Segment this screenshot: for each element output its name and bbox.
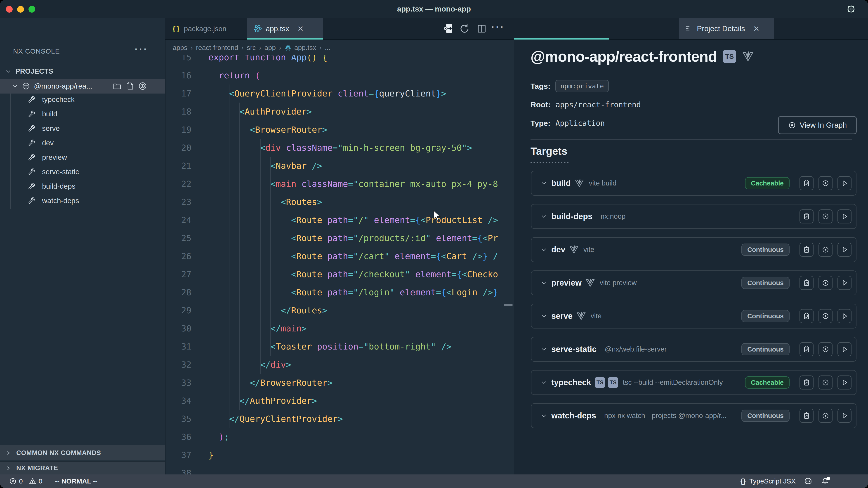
- code-line[interactable]: 27 <Route path="/checkout" element={<Che…: [165, 265, 514, 283]
- notifications-bell-icon[interactable]: [820, 477, 830, 486]
- tree-item-build[interactable]: build: [0, 107, 165, 121]
- editor-more-actions-icon[interactable]: ···: [491, 22, 505, 33]
- errors-indicator[interactable]: 0: [9, 477, 23, 485]
- serve-static-copy-task-button[interactable]: [800, 342, 813, 356]
- sidebar-more-actions-icon[interactable]: ···: [135, 44, 148, 55]
- target-card-dev[interactable]: devviteContinuous: [531, 237, 857, 262]
- project-row-selected[interactable]: @mono-app/rea...: [0, 78, 165, 94]
- chevron-down-icon[interactable]: [541, 413, 547, 419]
- tab-app-tsx[interactable]: app.tsx ✕: [247, 18, 323, 39]
- chevron-down-icon[interactable]: [541, 346, 547, 352]
- code-line[interactable]: 34 </AuthProvider>: [165, 392, 514, 410]
- tree-item-build-deps[interactable]: build-deps: [0, 179, 165, 193]
- typecheck-copy-task-button[interactable]: [800, 376, 813, 390]
- watch-deps-run-target-button[interactable]: [837, 409, 851, 423]
- code-line[interactable]: 15export function App() {: [165, 55, 514, 66]
- tab-package-json[interactable]: {} package.json: [165, 18, 226, 39]
- code-line[interactable]: 21 <Navbar />: [165, 157, 514, 175]
- code-line[interactable]: 33 </BrowserRouter>: [165, 374, 514, 392]
- code-line[interactable]: 29 </Routes>: [165, 301, 514, 320]
- code-line[interactable]: 26 <Route path="/cart" element={<Cart />…: [165, 247, 514, 265]
- breadcrumb-item[interactable]: react-frontend: [196, 44, 238, 52]
- breadcrumb-item[interactable]: app: [265, 44, 276, 52]
- code-editor[interactable]: 15export function App() {16 return (17 <…: [165, 55, 514, 475]
- preview-view-in-graph-button[interactable]: [818, 276, 833, 290]
- code-line[interactable]: 16 return (: [165, 66, 514, 85]
- code-line[interactable]: 32 </div>: [165, 356, 514, 374]
- breadcrumb-item[interactable]: apps: [173, 44, 187, 52]
- target-card-watch-deps[interactable]: watch-depsnpx nx watch --projects @mono-…: [531, 403, 857, 428]
- open-project-details-icon[interactable]: [442, 22, 454, 35]
- code-line[interactable]: 20 <div className="min-h-screen bg-gray-…: [165, 139, 514, 157]
- code-line[interactable]: 25 <Route path="/products/:id" element={…: [165, 229, 514, 247]
- preview-copy-task-button[interactable]: [800, 276, 813, 290]
- code-line[interactable]: 24 <Route path="/" element={<ProductList…: [165, 211, 514, 229]
- tab-close-icon[interactable]: ✕: [753, 24, 760, 33]
- tree-item-serve-static[interactable]: serve-static: [0, 164, 165, 179]
- code-line[interactable]: 18 <AuthProvider>: [165, 103, 514, 121]
- chevron-down-icon[interactable]: [541, 180, 547, 186]
- serve-run-target-button[interactable]: [837, 309, 851, 323]
- dev-copy-task-button[interactable]: [800, 242, 813, 257]
- target-card-build[interactable]: buildvite buildCacheable: [531, 171, 857, 196]
- typecheck-run-target-button[interactable]: [837, 376, 851, 390]
- dev-view-in-graph-button[interactable]: [818, 242, 833, 257]
- typecheck-view-in-graph-button[interactable]: [818, 376, 833, 390]
- dev-run-target-button[interactable]: [837, 242, 851, 257]
- tree-item-dev[interactable]: dev: [0, 135, 165, 150]
- sidebar-section-common-nx-commands[interactable]: COMMON NX COMMANDS: [0, 445, 165, 460]
- serve-static-view-in-graph-button[interactable]: [818, 342, 833, 356]
- code-line[interactable]: 31 <Toaster position="bottom-right" />: [165, 337, 514, 356]
- code-line[interactable]: 36 );: [165, 428, 514, 446]
- focus-project-icon[interactable]: [138, 81, 147, 91]
- chevron-down-icon[interactable]: [541, 380, 547, 385]
- code-line[interactable]: 35 </QueryClientProvider>: [165, 410, 514, 428]
- sidebar-section-nx-migrate[interactable]: NX MIGRATE: [0, 461, 165, 475]
- tab-project-details[interactable]: Project Details ✕: [679, 18, 774, 39]
- build-copy-task-button[interactable]: [800, 176, 813, 190]
- language-mode[interactable]: {} TypeScript JSX: [741, 477, 796, 485]
- serve-view-in-graph-button[interactable]: [818, 309, 833, 323]
- breadcrumb-item[interactable]: src: [247, 44, 256, 52]
- target-card-serve-static[interactable]: serve-static@nx/web:file-serverContinuou…: [531, 337, 857, 362]
- target-card-build-deps[interactable]: build-depsnx:noop: [531, 204, 857, 229]
- folder-icon[interactable]: [112, 81, 122, 91]
- projects-section-header[interactable]: PROJECTS: [0, 64, 165, 78]
- build-deps-view-in-graph-button[interactable]: [818, 209, 833, 223]
- serve-static-run-target-button[interactable]: [837, 342, 851, 356]
- settings-gear-icon[interactable]: [846, 4, 856, 14]
- tab-close-icon[interactable]: ✕: [297, 24, 304, 33]
- build-view-in-graph-button[interactable]: [818, 176, 833, 190]
- code-line[interactable]: 19 <BrowserRouter>: [165, 121, 514, 139]
- chevron-down-icon[interactable]: [541, 280, 547, 286]
- build-run-target-button[interactable]: [837, 176, 851, 190]
- code-line[interactable]: 22 <main className="container mx-auto px…: [165, 175, 514, 193]
- breadcrumb-item[interactable]: ...: [325, 44, 331, 52]
- split-editor-icon[interactable]: [476, 24, 487, 34]
- chevron-down-icon[interactable]: [541, 247, 547, 253]
- watch-deps-copy-task-button[interactable]: [800, 409, 813, 423]
- chevron-down-icon[interactable]: [541, 313, 547, 319]
- copilot-icon[interactable]: [803, 477, 813, 486]
- code-line[interactable]: 28 <Route path="/login" element={<Login …: [165, 283, 514, 301]
- chevron-down-icon[interactable]: [541, 214, 547, 219]
- tree-item-preview[interactable]: preview: [0, 150, 165, 164]
- target-card-serve[interactable]: serveviteContinuous: [531, 304, 857, 328]
- warnings-indicator[interactable]: 0: [29, 477, 42, 485]
- code-line[interactable]: 30 </main>: [165, 320, 514, 337]
- serve-copy-task-button[interactable]: [800, 309, 813, 323]
- build-deps-copy-task-button[interactable]: [800, 209, 813, 223]
- tree-item-serve[interactable]: serve: [0, 121, 165, 135]
- watch-deps-view-in-graph-button[interactable]: [818, 409, 833, 423]
- build-deps-run-target-button[interactable]: [837, 209, 851, 223]
- code-line[interactable]: 38: [165, 464, 514, 475]
- view-in-graph-button[interactable]: View In Graph: [778, 116, 857, 134]
- preview-run-target-button[interactable]: [837, 276, 851, 290]
- code-line[interactable]: 17 <QueryClientProvider client={queryCli…: [165, 85, 514, 103]
- code-line[interactable]: 23 <Routes>: [165, 193, 514, 211]
- refresh-icon[interactable]: [459, 23, 470, 34]
- open-config-file-icon[interactable]: [125, 81, 135, 91]
- target-card-typecheck[interactable]: typecheckTSTStsc --build --emitDeclarati…: [531, 370, 857, 395]
- tree-item-typecheck[interactable]: typecheck: [0, 92, 165, 107]
- target-card-preview[interactable]: previewvite previewContinuous: [531, 270, 857, 295]
